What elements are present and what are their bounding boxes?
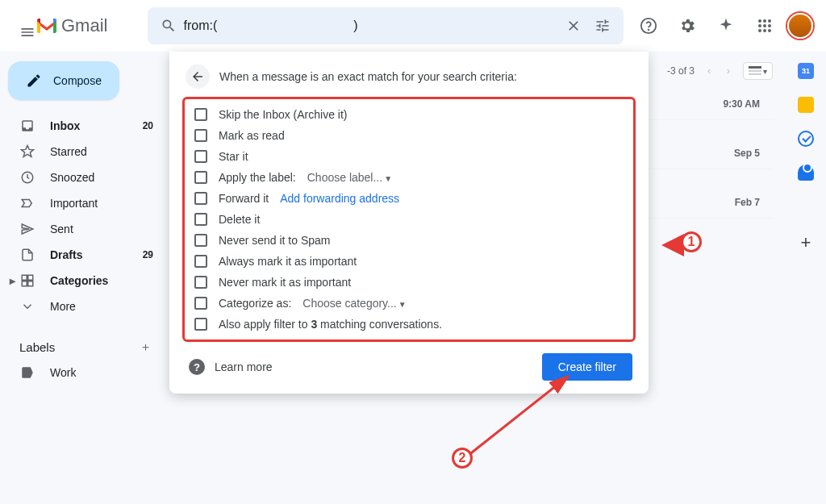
filter-heading: When a message is an exact match for you… <box>219 70 517 83</box>
svg-rect-14 <box>22 281 27 286</box>
svg-point-2 <box>758 19 761 23</box>
settings-icon[interactable] <box>671 10 703 42</box>
split-pane-button[interactable]: ▾ <box>743 62 773 80</box>
checkbox-icon[interactable] <box>194 150 207 163</box>
svg-rect-16 <box>749 66 761 69</box>
calendar-icon[interactable] <box>798 63 814 79</box>
add-forwarding-link[interactable]: Add forwarding address <box>280 192 399 205</box>
svg-point-9 <box>763 29 766 32</box>
next-page-icon[interactable]: › <box>724 62 733 80</box>
arrow-icon <box>460 367 589 464</box>
gmail-logo[interactable]: Gmail <box>35 15 107 36</box>
header: Gmail <box>0 0 826 52</box>
user-avatar[interactable] <box>787 13 813 39</box>
label-dropdown[interactable]: Choose label...▼ <box>307 171 392 184</box>
hamburger-icon[interactable] <box>13 18 29 34</box>
tune-icon[interactable] <box>588 11 617 40</box>
important-icon <box>19 195 35 211</box>
nav-starred[interactable]: Starred <box>0 139 163 165</box>
add-label-icon[interactable]: ＋ <box>137 339 153 355</box>
clear-icon[interactable] <box>559 11 588 40</box>
sent-icon <box>19 221 35 237</box>
nav-drafts[interactable]: Drafts29 <box>0 242 163 268</box>
option-skip-inbox[interactable]: Skip the Inbox (Archive it) <box>191 104 627 125</box>
nav-categories[interactable]: ▸Categories <box>0 268 163 294</box>
checkbox-icon[interactable] <box>194 129 207 142</box>
svg-rect-12 <box>22 275 27 280</box>
search-bar[interactable] <box>148 7 624 44</box>
contacts-icon[interactable] <box>798 165 814 181</box>
filter-options-box: Skip the Inbox (Archive it) Mark as read… <box>182 97 636 342</box>
option-never-spam[interactable]: Never send it to Spam <box>191 230 627 251</box>
option-mark-read[interactable]: Mark as read <box>191 125 627 146</box>
sidebar: Compose Inbox20 Starred Snoozed Importan… <box>0 52 169 504</box>
svg-point-7 <box>768 24 771 27</box>
nav-snoozed[interactable]: Snoozed <box>0 165 163 190</box>
drafts-icon <box>19 247 35 263</box>
option-delete-it[interactable]: Delete it <box>191 209 627 230</box>
option-always-important[interactable]: Always mark it as important <box>191 251 627 272</box>
checkbox-icon[interactable] <box>194 192 207 205</box>
compose-button[interactable]: Compose <box>8 61 119 100</box>
checkbox-icon[interactable] <box>194 276 207 289</box>
addons-plus-icon[interactable]: + <box>801 232 811 253</box>
search-input[interactable] <box>183 19 559 33</box>
logo-text: Gmail <box>61 15 107 36</box>
svg-point-1 <box>649 30 649 31</box>
star-icon <box>19 144 35 160</box>
svg-point-3 <box>763 19 766 23</box>
nav-sent[interactable]: Sent <box>0 216 163 242</box>
result-count: -3 of 3 <box>667 65 695 77</box>
svg-point-6 <box>763 24 766 27</box>
caret-icon: ▸ <box>10 274 19 287</box>
svg-rect-17 <box>749 70 761 72</box>
nav-more[interactable]: More <box>0 294 163 319</box>
compose-label: Compose <box>53 74 102 87</box>
side-panel: + <box>786 52 826 504</box>
option-also-apply[interactable]: Also apply filter to 3 matching conversa… <box>191 314 627 335</box>
sparkle-icon[interactable] <box>710 10 742 42</box>
checkbox-icon[interactable] <box>194 318 207 331</box>
svg-rect-18 <box>749 73 761 75</box>
svg-rect-13 <box>28 275 33 280</box>
svg-point-10 <box>768 29 771 32</box>
svg-rect-15 <box>28 281 33 286</box>
learn-more-link[interactable]: Learn more <box>215 360 273 373</box>
tasks-icon[interactable] <box>798 131 814 147</box>
search-icon[interactable] <box>154 11 183 40</box>
checkbox-icon[interactable] <box>194 171 207 184</box>
checkbox-icon[interactable] <box>194 234 207 247</box>
back-button[interactable] <box>186 65 210 89</box>
svg-line-19 <box>468 379 565 456</box>
svg-point-8 <box>758 29 761 32</box>
annotation-badge-2: 2 <box>452 448 473 469</box>
keep-icon[interactable] <box>798 97 814 113</box>
option-star-it[interactable]: Star it <box>191 146 627 167</box>
checkbox-icon[interactable] <box>194 297 207 310</box>
option-apply-label[interactable]: Apply the label:Choose label...▼ <box>191 167 627 188</box>
help-icon[interactable] <box>632 10 665 42</box>
checkbox-icon[interactable] <box>194 108 207 121</box>
category-dropdown[interactable]: Choose category...▼ <box>302 297 406 310</box>
svg-point-4 <box>768 19 771 23</box>
nav-inbox[interactable]: Inbox20 <box>0 113 163 139</box>
tag-icon <box>19 364 35 381</box>
annotation-1: 1 <box>661 234 684 256</box>
option-forward-it[interactable]: Forward itAdd forwarding address <box>191 188 627 209</box>
apps-icon[interactable] <box>749 10 781 42</box>
label-work[interactable]: Work <box>0 360 163 385</box>
checkbox-icon[interactable] <box>194 255 207 268</box>
filter-panel: When a message is an exact match for you… <box>169 52 649 394</box>
clock-icon <box>19 169 35 185</box>
option-never-important[interactable]: Never mark it as important <box>191 272 627 293</box>
inbox-icon <box>19 118 35 134</box>
header-actions <box>632 10 813 42</box>
svg-point-5 <box>758 24 761 27</box>
categories-icon <box>19 273 35 289</box>
checkbox-icon[interactable] <box>194 213 207 226</box>
prev-page-icon[interactable]: ‹ <box>704 62 714 80</box>
help-badge-icon[interactable]: ? <box>189 359 205 375</box>
labels-header: Labels ＋ <box>0 334 163 360</box>
option-categorize[interactable]: Categorize as:Choose category...▼ <box>191 293 627 314</box>
nav-important[interactable]: Important <box>0 190 163 216</box>
